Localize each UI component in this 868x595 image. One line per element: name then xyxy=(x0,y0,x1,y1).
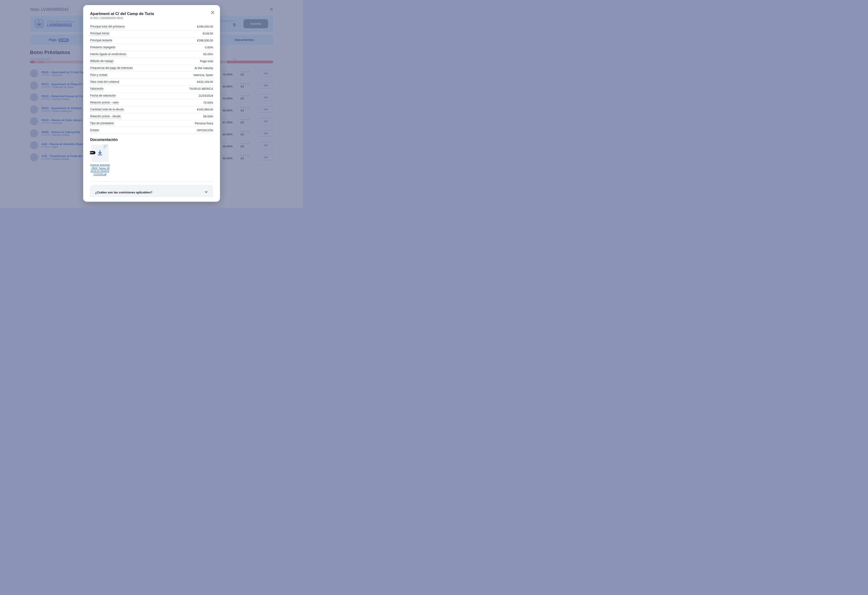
loan-detail-modal: Apartment at C/ del Camp de Turia ID DDI… xyxy=(83,5,220,202)
detail-value: €343,989.00 xyxy=(197,108,213,111)
detail-label: Principal inicial xyxy=(90,32,109,35)
pdf-badge: PDF xyxy=(90,151,95,154)
document-thumb: PDF xyxy=(91,144,109,162)
detail-value: 50.00% xyxy=(204,53,213,56)
detail-row: Frequencia del pago de interesesAt the m… xyxy=(90,65,213,72)
detail-label: Frequencia del pago de intereses xyxy=(90,66,133,70)
detail-label: Método de repago xyxy=(90,59,113,63)
detail-value: TAURUS IBERICA xyxy=(189,87,213,90)
document-filename[interactable]: External_Appraisal_R016_Taurus_2024.03.2… xyxy=(90,163,110,176)
detail-row: Cantidad total de la deuda€343,989.00 xyxy=(90,106,213,113)
detail-value: Valencia, Spain xyxy=(193,74,213,77)
faq-card[interactable]: ¿Cuáles son las comisiones aplicables? xyxy=(90,185,213,197)
detail-row: Interés ligado al rendimiento50.00% xyxy=(90,51,213,58)
detail-row: Principal total del préstamo€296,000.00 xyxy=(90,24,213,30)
documentation-section: PDF External_Appraisal_R016_Taurus_2024.… xyxy=(90,144,213,182)
detail-value: Persona física xyxy=(195,122,213,125)
modal-subtitle: ID DDI: LV0000805042-R016 xyxy=(90,16,213,19)
modal-title: Apartment at C/ del Camp de Turia xyxy=(90,12,213,16)
faq-question: ¿Cuáles son las comisiones aplicables? xyxy=(95,191,152,194)
detail-label: Valoración xyxy=(90,87,103,91)
detail-row: Préstamo repagado0.00% xyxy=(90,44,213,51)
detail-label: Valor total del colateral xyxy=(90,80,119,84)
detail-value: 86.00% xyxy=(204,115,213,118)
detail-value: €420,169.00 xyxy=(197,80,213,84)
detail-label: Principal restante xyxy=(90,39,112,43)
detail-value: €148.00 xyxy=(203,32,213,35)
detail-label: Principal total del préstamo xyxy=(90,25,125,28)
detail-value: €296,000.00 xyxy=(197,39,213,42)
detail-row: Relación precio - deuda86.00% xyxy=(90,113,213,120)
detail-row: Método de repagoPago total xyxy=(90,58,213,65)
detail-row: Principal inicial€148.00 xyxy=(90,30,213,37)
detail-label: País y ciudad xyxy=(90,73,107,77)
documentation-heading: Documentación xyxy=(90,138,213,142)
detail-label: Tipo de prestatario xyxy=(90,122,114,125)
detail-label: Cantidad total de la deuda xyxy=(90,108,124,112)
download-icon xyxy=(96,149,103,157)
detail-value: OPOSICIÓN xyxy=(197,129,213,132)
detail-value: 21/03/2024 xyxy=(199,94,213,97)
detail-label: Relación precio - valor xyxy=(90,101,119,105)
detail-row: ValoraciónTAURUS IBERICA xyxy=(90,85,213,93)
detail-label: Fecha de valoración xyxy=(90,94,116,98)
detail-value: At the maturity xyxy=(195,66,213,70)
detail-label: Estado xyxy=(90,128,99,132)
detail-list: Principal total del préstamo€296,000.00P… xyxy=(90,24,213,197)
detail-row: País y ciudadValencia, Spain xyxy=(90,72,213,79)
detail-row: Relación precio - valor70.00% xyxy=(90,99,213,106)
detail-row: Fecha de valoración21/03/2024 xyxy=(90,93,213,99)
detail-value: 0.00% xyxy=(205,46,213,49)
detail-row: EstadoOPOSICIÓN xyxy=(90,127,213,134)
document-card[interactable]: PDF External_Appraisal_R016_Taurus_2024.… xyxy=(90,144,110,176)
detail-value: 70.00% xyxy=(204,101,213,104)
detail-row: Principal restante€296,000.00 xyxy=(90,37,213,44)
detail-label: Relación precio - deuda xyxy=(90,115,121,118)
detail-row: Tipo de prestatarioPersona física xyxy=(90,120,213,127)
detail-label: Préstamo repagado xyxy=(90,46,115,49)
detail-label: Interés ligado al rendimiento xyxy=(90,53,126,56)
chevron-down-icon xyxy=(204,190,208,194)
detail-value: Pago total xyxy=(200,60,213,63)
close-icon[interactable] xyxy=(211,10,214,15)
detail-value: €296,000.00 xyxy=(197,25,213,28)
detail-row: Valor total del colateral€420,169.00 xyxy=(90,79,213,85)
